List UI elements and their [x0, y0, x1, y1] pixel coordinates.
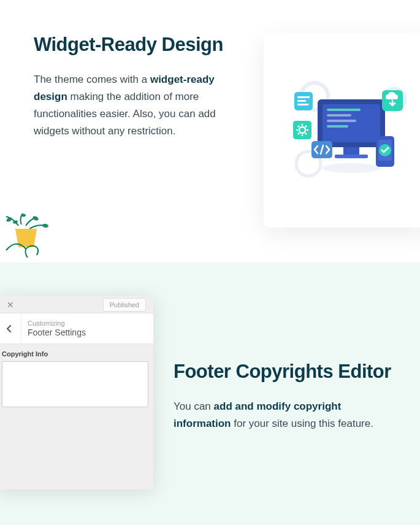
- svg-rect-9: [343, 147, 359, 156]
- svg-line-24: [298, 126, 299, 127]
- customizer-nav-labels: Customizing Footer Settings: [21, 320, 86, 337]
- plant-decoration: [0, 213, 55, 259]
- body-widget-ready: The theme comes with a widget-ready desi…: [34, 71, 236, 140]
- svg-rect-10: [335, 155, 368, 158]
- copyright-info-section: Copyright Info: [0, 344, 153, 416]
- section-footer-copyrights-content: Footer Copyrights Editor You can add and…: [174, 361, 394, 432]
- heading-footer-copyrights: Footer Copyrights Editor: [174, 361, 394, 383]
- svg-rect-8: [327, 125, 348, 128]
- svg-line-27: [305, 126, 307, 127]
- plant-icon: [0, 213, 55, 259]
- section-footer-copyrights: ✕ Published Customizing Footer Settings …: [0, 262, 420, 525]
- svg-point-34: [21, 214, 26, 217]
- svg-rect-18: [293, 121, 311, 139]
- svg-rect-5: [327, 109, 361, 111]
- svg-point-35: [32, 215, 39, 221]
- svg-rect-6: [327, 114, 351, 117]
- body-text: The theme comes with a: [34, 74, 150, 85]
- svg-line-26: [298, 133, 299, 134]
- heading-widget-ready: Widget-Ready Design: [34, 34, 236, 56]
- body-footer-copyrights: You can add and modify copyright informa…: [174, 398, 394, 432]
- chevron-left-icon: [7, 325, 12, 332]
- footer-settings-label: Footer Settings: [28, 328, 86, 337]
- svg-rect-7: [327, 120, 356, 122]
- back-button[interactable]: [0, 313, 21, 344]
- svg-point-36: [42, 223, 49, 228]
- body-text: You can: [174, 400, 214, 412]
- close-icon[interactable]: ✕: [7, 300, 14, 310]
- customizer-nav: Customizing Footer Settings: [0, 313, 153, 344]
- customizer-panel: ✕ Published Customizing Footer Settings …: [0, 296, 153, 489]
- illustration-card: [264, 33, 420, 228]
- svg-rect-15: [297, 104, 308, 105]
- customizing-label: Customizing: [28, 320, 86, 327]
- web-dev-illustration: [287, 75, 410, 185]
- svg-point-11: [322, 163, 381, 173]
- customizer-header: ✕ Published: [0, 296, 153, 313]
- published-button[interactable]: Published: [103, 298, 146, 312]
- svg-rect-14: [297, 100, 306, 102]
- body-text: for your site using this feature.: [231, 418, 373, 429]
- section-widget-ready: Widget-Ready Design The theme comes with…: [0, 0, 420, 262]
- copyright-textarea[interactable]: [2, 361, 148, 407]
- svg-line-25: [305, 133, 307, 134]
- code-monitor-icon: [287, 75, 410, 185]
- copyright-info-label: Copyright Info: [2, 350, 148, 358]
- svg-rect-13: [297, 96, 310, 98]
- section-widget-ready-content: Widget-Ready Design The theme comes with…: [34, 34, 236, 140]
